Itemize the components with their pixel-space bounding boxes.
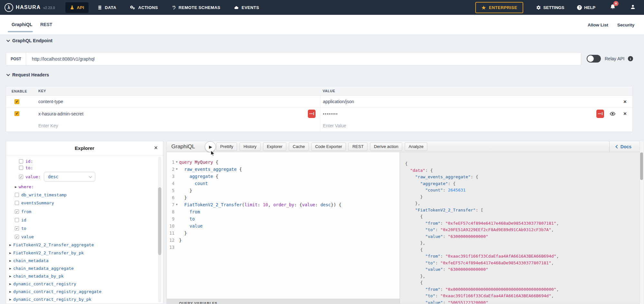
graphql-endpoint-section-toggle[interactable]: GraphQL Endpoint — [6, 38, 52, 43]
explorer-item-chain_metadata_aggregate[interactable]: ▶chain_metadata_aggregate — [6, 264, 163, 272]
execute-query-button[interactable]: ▶ — [205, 141, 216, 152]
header-key-input[interactable]: content-type — [38, 99, 63, 104]
toolbar-button-derive-action[interactable]: Derive action — [370, 142, 402, 151]
toolbar-button-rest[interactable]: REST — [348, 142, 367, 151]
explorer-item-id[interactable]: id — [6, 216, 163, 224]
notifications-button[interactable]: 8 — [610, 4, 616, 12]
value-cell: •••••••••••× — [320, 108, 632, 120]
cloud-icon — [234, 5, 239, 10]
value-input[interactable]: Enter Value — [323, 123, 346, 128]
code-line: 9 to — [167, 215, 400, 222]
explorer-item-FiatTokenV2_2_Transfer_by_pk[interactable]: ▶FiatTokenV2_2_Transfer_by_pk — [6, 249, 163, 257]
nav-item-actions[interactable]: ACTIONS — [125, 2, 162, 13]
fold-spacer — [175, 194, 179, 201]
eye-icon[interactable] — [610, 112, 616, 116]
toolbar-button-explorer[interactable]: Explorer — [263, 142, 286, 151]
explorer-item-value[interactable]: ✓value:desc — [6, 171, 163, 182]
field-checkbox[interactable] — [15, 193, 19, 197]
field-checkbox[interactable] — [15, 218, 19, 222]
request-headers-section-toggle[interactable]: Request Headers — [6, 72, 49, 77]
nav-right: ★ ENTERPRISE SETTINGS ? HELP 8 — [475, 2, 636, 13]
response-scrollbar-thumb[interactable] — [640, 152, 643, 180]
explorer-item-db_write_timestamp[interactable]: db_write_timestamp — [6, 191, 163, 199]
header-value-input[interactable]: •••••••• — [323, 112, 338, 116]
endpoint-url[interactable]: http://localhost:8080/v1/graphql — [26, 53, 581, 65]
explorer-item-value[interactable]: ✓value — [6, 232, 163, 241]
response-line: { — [405, 247, 641, 253]
tab-allow-list[interactable]: Allow List — [588, 23, 608, 27]
user-icon — [630, 4, 636, 10]
hasura-brand[interactable]: λ HASURA v2.23.0 — [5, 3, 55, 12]
field-checkbox[interactable] — [19, 159, 23, 163]
nav-item-data[interactable]: DATA — [93, 2, 121, 13]
graphiql-toolbar: GraphiQL PrettifyHistoryExplorerCacheCod… — [167, 141, 641, 152]
nav-item-remote-schemas[interactable]: REMOTE SCHEMAS — [167, 2, 225, 13]
field-checkbox[interactable]: ✓ — [19, 175, 23, 179]
header-value-input[interactable]: application/json — [323, 99, 354, 104]
explorer-item-label: dynamic_contract_registry_aggregate — [13, 289, 101, 294]
docs-tab[interactable]: Docs — [609, 141, 631, 152]
info-icon[interactable]: i — [628, 56, 633, 61]
remove-header-icon[interactable]: × — [623, 111, 627, 116]
toolbar-button-prettify[interactable]: Prettify — [216, 142, 237, 151]
graphiql-card: GraphiQL PrettifyHistoryExplorerCacheCod… — [166, 141, 641, 304]
line-number: 6 — [167, 194, 175, 201]
fold-spacer — [175, 187, 179, 194]
toolbar-button-history[interactable]: History — [240, 142, 260, 151]
explorer-item-chain_metadata_by_pk[interactable]: ▶chain_metadata_by_pk — [6, 272, 163, 280]
explorer-item-FiatTokenV2_2_Transfer_aggregate[interactable]: ▶FiatTokenV2_2_Transfer_aggregate — [6, 241, 163, 249]
explorer-item-dynamic_contract_registry_by_pk[interactable]: ▶dynamic_contract_registry_by_pk — [6, 295, 163, 303]
nav-item-events[interactable]: EVENTS — [229, 2, 263, 13]
key-cell: x-hasura-admin-secret••• — [32, 111, 320, 116]
nav-item-label: DATA — [105, 5, 116, 10]
explorer-scrollbar-thumb[interactable] — [158, 187, 161, 255]
tab-graphiql[interactable]: GraphiQL — [12, 22, 33, 27]
hasura-console: λ HASURA v2.23.0 APIDATAACTIONSREMOTE SC… — [0, 0, 644, 304]
user-menu-button[interactable] — [630, 4, 636, 11]
explorer-item-label: id — [21, 218, 26, 222]
password-manager-icon[interactable]: ••• — [596, 110, 604, 118]
explorer-tree: id:to:✓value:desc▶where:db_write_timesta… — [6, 155, 163, 303]
header-key-input[interactable]: x-hasura-admin-secret — [38, 111, 83, 116]
toolbar-button-cache[interactable]: Cache — [289, 142, 309, 151]
relay-api-toggle[interactable] — [587, 55, 601, 63]
settings-button[interactable]: SETTINGS — [536, 5, 564, 10]
tab-security[interactable]: Security — [617, 23, 634, 27]
query-variables-bar[interactable]: QUERY VARIABLES — [167, 299, 400, 304]
field-checkbox[interactable] — [15, 201, 19, 205]
col-key-label: KEY — [38, 89, 46, 93]
header-enabled-checkbox[interactable]: ✓ — [14, 99, 19, 104]
enterprise-button[interactable]: ★ ENTERPRISE — [475, 2, 523, 13]
toolbar-button-analyze[interactable]: Analyze — [405, 142, 427, 151]
help-label: HELP — [584, 5, 595, 10]
field-checkbox[interactable]: ✓ — [15, 226, 19, 230]
remove-header-icon[interactable]: × — [623, 99, 627, 104]
field-checkbox[interactable] — [19, 166, 23, 170]
explorer-item-to[interactable]: ✓to — [6, 224, 163, 232]
explorer-item-chain_metadata[interactable]: ▶chain_metadata — [6, 257, 163, 264]
code-line: 4 count — [167, 180, 400, 187]
query-editor[interactable]: 1▼query MyQuery {2▼ raw_events_aggregate… — [167, 152, 400, 304]
help-button[interactable]: ? HELP — [577, 5, 595, 10]
field-checkbox[interactable]: ✓ — [15, 210, 19, 214]
order-direction-select[interactable]: desc — [44, 172, 95, 181]
close-icon[interactable]: × — [154, 144, 158, 151]
explorer-item-dynamic_contract_registry_aggregate[interactable]: ▶dynamic_contract_registry_aggregate — [6, 288, 163, 295]
explorer-item-eventsSummary[interactable]: eventsSummary — [6, 199, 163, 207]
explorer-item-id[interactable]: id: — [6, 158, 163, 164]
field-checkbox[interactable]: ✓ — [15, 235, 19, 239]
explorer-item-to[interactable]: to: — [6, 164, 163, 171]
nav-item-label: API — [77, 5, 84, 10]
password-manager-icon[interactable]: ••• — [308, 110, 316, 118]
explorer-item-from[interactable]: ✓from — [6, 207, 163, 216]
nav-item-api[interactable]: API — [65, 2, 89, 13]
code-tokens: query MyQuery { — [179, 159, 218, 166]
key-input[interactable]: Enter Key — [38, 123, 58, 128]
explorer-item-dynamic_contract_registry[interactable]: ▶dynamic_contract_registry — [6, 280, 163, 288]
endpoint-bar: POST http://localhost:8080/v1/graphql — [6, 52, 581, 65]
tab-rest[interactable]: REST — [40, 22, 52, 27]
code-tokens: from — [179, 208, 200, 215]
explorer-item-where[interactable]: ▶where: — [6, 182, 163, 191]
header-enabled-checkbox[interactable]: ✓ — [14, 111, 19, 116]
toolbar-button-code-exporter[interactable]: Code Exporter — [311, 142, 346, 151]
